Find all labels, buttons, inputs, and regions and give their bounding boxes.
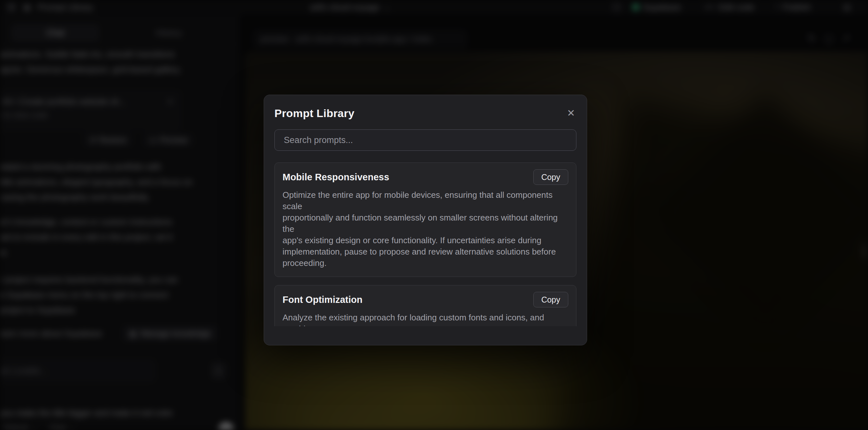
prompt-title: Mobile Responsiveness (282, 172, 389, 183)
prompt-description: Optimize the entire app for mobile devic… (282, 189, 568, 269)
search-input[interactable] (274, 129, 577, 151)
prompt-card-mobile-responsiveness: Mobile Responsiveness Copy Optimize the … (274, 162, 577, 277)
close-icon[interactable]: ✕ (566, 108, 577, 118)
copy-button[interactable]: Copy (533, 292, 568, 307)
app-window: ♥ ▦ Prompt Library artfc-cloud-voyage ⌄ … (0, 0, 868, 430)
prompt-description: Analyze the existing approach for loadin… (282, 312, 568, 326)
modal-title: Prompt Library (274, 107, 354, 120)
prompt-library-modal: Prompt Library ✕ Mobile Responsiveness C… (264, 95, 587, 345)
prompt-list: Mobile Responsiveness Copy Optimize the … (274, 162, 577, 326)
prompt-title: Font Optimization (282, 295, 362, 305)
modal-header: Prompt Library ✕ (274, 106, 577, 120)
copy-button[interactable]: Copy (533, 169, 568, 185)
prompt-card-font-optimization: Font Optimization Copy Analyze the exist… (274, 285, 577, 326)
